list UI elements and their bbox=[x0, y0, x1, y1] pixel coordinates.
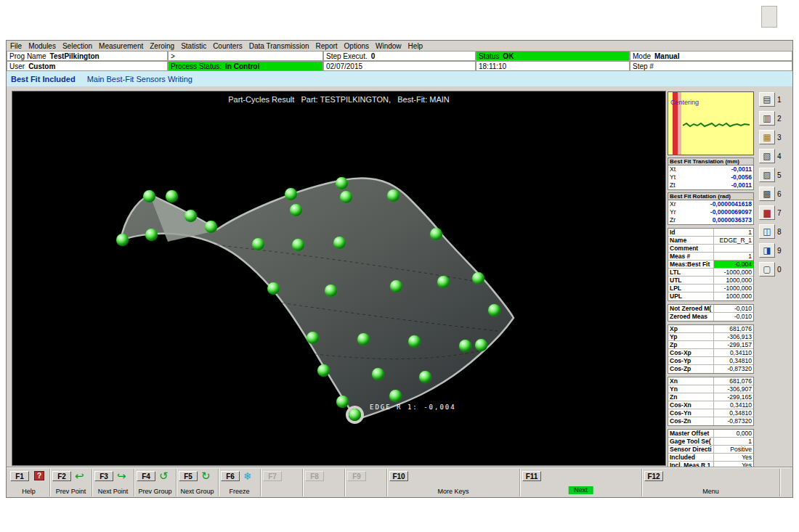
tab-best-fit-included[interactable]: Best Fit Included bbox=[11, 75, 76, 83]
measurement-point[interactable] bbox=[349, 409, 361, 421]
fkey-label[interactable]: F12 bbox=[644, 471, 663, 481]
measurement-point[interactable] bbox=[116, 234, 129, 246]
fkey-label[interactable]: F2 bbox=[52, 471, 71, 481]
measurement-point[interactable] bbox=[357, 333, 370, 345]
table-row[interactable]: Id 1 bbox=[668, 229, 753, 237]
table-row[interactable]: UTL 1000,000 bbox=[668, 277, 753, 285]
fkey-cell[interactable]: F7 bbox=[261, 469, 303, 496]
measurement-point[interactable] bbox=[387, 189, 400, 202]
menu-item[interactable]: Help bbox=[408, 42, 423, 50]
menu-item[interactable]: Statistic bbox=[181, 42, 206, 50]
table-row[interactable]: Gage Tool Se( 1 bbox=[668, 438, 753, 446]
table-row[interactable]: Sensor Directi Positive bbox=[668, 446, 753, 454]
table-row[interactable]: Zp -299,157 bbox=[668, 341, 753, 349]
tool-button[interactable]: ▩ bbox=[759, 187, 775, 201]
table-row[interactable]: Comment bbox=[668, 245, 753, 253]
measurement-point[interactable] bbox=[430, 228, 442, 240]
table-row[interactable]: Included Yes bbox=[668, 454, 753, 462]
table-row[interactable]: Zeroed Meas -0,010 bbox=[668, 313, 753, 321]
fkey-label[interactable]: F9 bbox=[347, 471, 366, 481]
menu-item[interactable]: Modules bbox=[28, 42, 56, 50]
fkey-label[interactable]: F8 bbox=[305, 471, 324, 481]
table-row[interactable]: Cos-Xp 0,34110 bbox=[668, 349, 753, 357]
measurement-point[interactable] bbox=[143, 190, 155, 202]
menu-item[interactable]: Counters bbox=[213, 42, 243, 50]
tool-button[interactable]: ▧ bbox=[759, 149, 775, 163]
measurement-point[interactable] bbox=[488, 304, 500, 316]
tool-button[interactable]: ▥ bbox=[759, 111, 775, 126]
host-scrollbar-fragment[interactable] bbox=[761, 6, 777, 28]
measurement-point[interactable] bbox=[205, 221, 217, 233]
table-row[interactable]: Meas # 1 bbox=[668, 253, 753, 261]
measurement-point[interactable] bbox=[307, 332, 319, 344]
measurement-point[interactable] bbox=[419, 371, 431, 383]
table-row[interactable]: Master Offset 0,000 bbox=[668, 430, 753, 438]
fkey-cell[interactable]: F11 Next bbox=[520, 469, 642, 496]
measurement-point[interactable] bbox=[267, 282, 280, 295]
measurement-point[interactable] bbox=[372, 368, 384, 380]
tool-button[interactable]: ▢ bbox=[759, 262, 775, 277]
measurement-point[interactable] bbox=[389, 390, 402, 402]
fkey-cell[interactable]: F12 Menu bbox=[642, 469, 780, 496]
fkey-cell[interactable]: F4 ↺ Prev Group bbox=[134, 469, 177, 496]
table-row[interactable]: Cos-Xn 0,34110 bbox=[668, 401, 753, 409]
fkey-label[interactable]: F5 bbox=[179, 471, 198, 481]
fkey-cell[interactable]: F2 ↩ Prev Point bbox=[50, 469, 92, 496]
menu-item[interactable]: Selection bbox=[62, 42, 92, 50]
tool-button[interactable]: ▦ bbox=[759, 130, 775, 144]
menu-item[interactable]: Zeroing bbox=[150, 42, 174, 50]
measurement-point[interactable] bbox=[145, 229, 158, 241]
table-row[interactable]: LPL -1000,000 bbox=[668, 285, 753, 292]
fkey-cell[interactable]: F1 ? Help bbox=[8, 469, 50, 496]
menu-item[interactable]: File bbox=[10, 42, 22, 50]
fkey-label[interactable]: F11 bbox=[522, 471, 541, 481]
menu-item[interactable]: Measurement bbox=[99, 42, 143, 50]
table-row[interactable]: Yp -306,913 bbox=[668, 333, 753, 341]
measurement-point[interactable] bbox=[325, 285, 337, 297]
measurement-point[interactable] bbox=[390, 280, 402, 292]
fkey-cell[interactable]: F10 More Keys bbox=[387, 469, 520, 496]
measurement-point[interactable] bbox=[336, 396, 349, 408]
fkey-cell[interactable]: F9 bbox=[345, 469, 387, 496]
tool-button[interactable]: ▤ bbox=[759, 92, 775, 107]
measurement-point[interactable] bbox=[459, 340, 471, 352]
table-row[interactable]: Cos-Yp 0,34810 bbox=[668, 357, 753, 365]
table-row[interactable]: Cos-Yn 0,34810 bbox=[668, 409, 753, 417]
menu-item[interactable]: Report bbox=[316, 42, 338, 50]
measurement-point[interactable] bbox=[290, 204, 302, 216]
fkey-cell[interactable]: F3 ↪ Next Point bbox=[92, 469, 134, 496]
table-row[interactable]: Meas:Best Fit -0,004 bbox=[668, 261, 753, 269]
table-row[interactable]: Not Zeroed M( -0,010 bbox=[668, 305, 753, 313]
table-row[interactable]: Cos-Zp -0,87320 bbox=[668, 365, 753, 373]
fkey-label[interactable]: F6 bbox=[221, 471, 240, 481]
fkey-label[interactable]: F7 bbox=[263, 471, 282, 481]
measurement-point[interactable] bbox=[317, 364, 330, 377]
measurement-point[interactable] bbox=[285, 188, 297, 200]
measurement-point[interactable] bbox=[252, 238, 264, 250]
menu-item[interactable]: Data Transmission bbox=[249, 42, 309, 50]
menu-item[interactable]: Options bbox=[344, 42, 369, 50]
fkey-cell[interactable]: F8 bbox=[303, 469, 345, 496]
measurement-point[interactable] bbox=[340, 191, 352, 203]
measurement-point[interactable] bbox=[408, 335, 421, 348]
measurement-point[interactable] bbox=[184, 210, 197, 222]
centering-chart[interactable]: Centering bbox=[668, 91, 754, 155]
table-row[interactable]: LTL -1000,000 bbox=[668, 269, 753, 277]
measurement-point[interactable] bbox=[333, 237, 346, 249]
tool-button[interactable]: ◫ bbox=[759, 224, 775, 239]
table-row[interactable]: Name EDGE_R_1 bbox=[668, 237, 753, 245]
table-row[interactable]: Xn 681,076 bbox=[668, 377, 753, 385]
tool-button[interactable]: ◨ bbox=[759, 243, 775, 258]
fkey-label[interactable]: F10 bbox=[389, 471, 408, 481]
measurement-point[interactable] bbox=[472, 272, 484, 285]
table-row[interactable]: Xp 681,076 bbox=[668, 325, 753, 333]
table-row[interactable]: UPL 1000,000 bbox=[668, 292, 753, 300]
tool-button[interactable]: ▨ bbox=[759, 168, 775, 182]
measurement-point[interactable] bbox=[475, 339, 487, 351]
measurement-point[interactable] bbox=[166, 190, 178, 202]
measurement-point[interactable] bbox=[292, 239, 304, 251]
table-row[interactable]: Zn -299,165 bbox=[668, 393, 753, 401]
tab-main-best-fit-sensors[interactable]: Main Best-Fit Sensors Writing bbox=[87, 75, 192, 83]
fkey-cell[interactable]: F6 ❄ Freeze bbox=[219, 469, 261, 496]
table-row[interactable]: Cos-Zn -0,87320 bbox=[668, 417, 753, 425]
